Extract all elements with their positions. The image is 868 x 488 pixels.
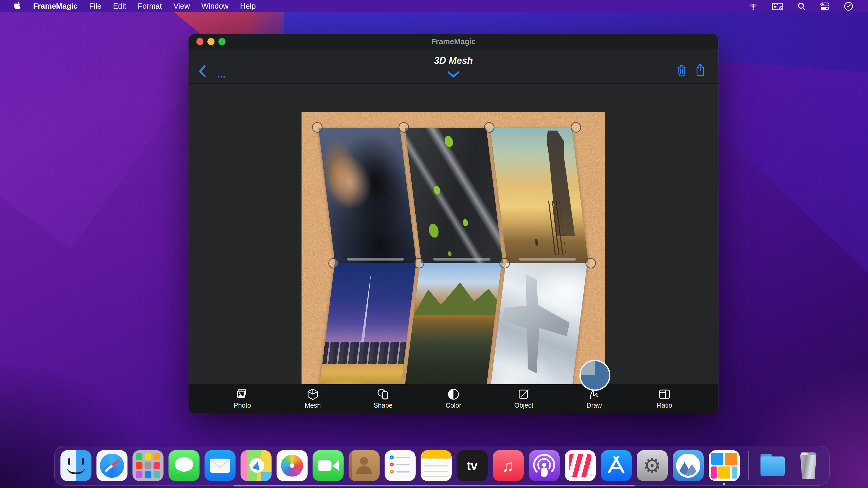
- collage-photo[interactable]: [403, 263, 501, 399]
- dock-icon-framemagic[interactable]: [709, 450, 740, 481]
- tool-photo[interactable]: Photo: [228, 388, 257, 409]
- news-stripes: [569, 454, 591, 477]
- facetime-lens: [333, 460, 339, 471]
- control-center-icon[interactable]: [819, 2, 830, 11]
- notes-line: [424, 465, 448, 466]
- notes-line: [424, 476, 448, 477]
- collage-photo[interactable]: [490, 128, 588, 263]
- mesh-handle[interactable]: [571, 122, 581, 133]
- menu-app-name[interactable]: FrameMagic: [33, 2, 78, 10]
- photos-flower: [281, 455, 303, 477]
- mesh-handle[interactable]: [499, 258, 510, 268]
- wifi-off-icon[interactable]: [748, 2, 758, 11]
- tool-ratio[interactable]: Ratio: [650, 388, 679, 409]
- dock-icon-finder[interactable]: [60, 450, 91, 481]
- dock-icon-photos[interactable]: [277, 450, 308, 481]
- collage-photo[interactable]: [405, 128, 503, 263]
- mesh-handle[interactable]: [399, 122, 409, 133]
- tool-draw[interactable]: Draw: [580, 388, 609, 409]
- editor-canvas[interactable]: [188, 84, 718, 384]
- tool-color[interactable]: Color: [439, 388, 468, 409]
- tool-mesh[interactable]: Mesh: [298, 388, 327, 409]
- photo-mountain: [414, 280, 500, 315]
- dock-icon-news[interactable]: [565, 450, 596, 481]
- dock-icon-reminders[interactable]: [384, 450, 415, 481]
- mountain-icon: [684, 464, 699, 476]
- cork-board[interactable]: [302, 111, 605, 413]
- keyboard-viewer-icon[interactable]: ⌘: [772, 2, 783, 11]
- dock-icon-music[interactable]: ♫: [493, 450, 524, 481]
- dock-icon-contacts[interactable]: [348, 450, 380, 481]
- tool-shape[interactable]: Shape: [369, 388, 398, 409]
- chevron-down-icon[interactable]: [447, 71, 460, 79]
- collage-photo[interactable]: [318, 128, 416, 263]
- dock-icon-safari[interactable]: [96, 450, 127, 481]
- apple-menu[interactable]: [14, 1, 22, 12]
- corner-resize-handle[interactable]: [579, 360, 610, 391]
- peak-circle: [676, 454, 700, 478]
- object-edit-icon: [518, 388, 530, 400]
- mesh-handle[interactable]: [312, 122, 322, 133]
- tool-label: Object: [514, 401, 533, 409]
- facetime-camera: [318, 460, 332, 471]
- podcasts-person-body: [541, 467, 548, 477]
- mesh-handle[interactable]: [585, 258, 596, 268]
- folder-body: [761, 456, 785, 476]
- mail-envelope: [210, 459, 230, 473]
- shape-icon: [377, 388, 389, 400]
- title-bar[interactable]: FrameMagic: [188, 34, 718, 49]
- tool-label: Ratio: [657, 401, 672, 409]
- dock-icon-trash[interactable]: [793, 450, 824, 481]
- collage-photo[interactable]: [489, 263, 587, 399]
- appstore-a-icon: [601, 450, 632, 481]
- podcasts-person: [542, 463, 546, 467]
- view-title: 3D Mesh: [188, 55, 718, 66]
- photo-icon: [236, 388, 249, 400]
- maps-navigation-arrow: [249, 458, 264, 473]
- menu-bar: FrameMagic File Edit Format View Window …: [0, 0, 868, 12]
- search-icon[interactable]: [797, 2, 806, 11]
- dock-icon-peak-app[interactable]: [673, 450, 704, 481]
- menu-help[interactable]: Help: [240, 2, 256, 10]
- dock-icon-launchpad[interactable]: [132, 450, 163, 481]
- back-button[interactable]: [198, 65, 207, 78]
- mesh-handle[interactable]: [328, 258, 339, 268]
- dock-icon-messages[interactable]: [168, 450, 199, 481]
- dock-icon-settings[interactable]: ⚙: [637, 450, 668, 481]
- tool-label: Shape: [374, 401, 393, 409]
- more-button[interactable]: …: [217, 69, 226, 79]
- window-title: FrameMagic: [188, 37, 718, 46]
- dock-icon-notes[interactable]: [421, 450, 452, 481]
- trash-bin: [799, 455, 817, 479]
- mesh-handle[interactable]: [484, 122, 494, 133]
- trash-icon[interactable]: [676, 64, 687, 78]
- tool-object[interactable]: Object: [509, 388, 538, 409]
- collage-photo[interactable]: [318, 263, 416, 399]
- running-indicator: [723, 483, 725, 485]
- color-contrast-icon: [447, 388, 460, 400]
- contacts-spine: [348, 450, 352, 481]
- photo-skyline: [322, 342, 406, 364]
- menu-format[interactable]: Format: [138, 2, 162, 10]
- framemagic-window: FrameMagic … 3D Mesh: [188, 34, 718, 413]
- dock-icon-tv[interactable]: tv: [457, 450, 488, 481]
- share-icon[interactable]: [695, 63, 706, 78]
- dock-icon-podcasts[interactable]: [529, 450, 560, 481]
- mesh-handle[interactable]: [414, 258, 424, 268]
- dock-icon-facetime[interactable]: [313, 450, 344, 481]
- dock-icon-appstore[interactable]: [601, 450, 632, 481]
- tool-label: Mesh: [305, 401, 321, 409]
- dock-icon-downloads-folder[interactable]: [757, 450, 788, 481]
- dock-icon-maps[interactable]: [241, 450, 272, 481]
- dock-divider: [748, 451, 749, 480]
- bottom-toolbar: Photo Mesh Shape Color: [188, 384, 718, 413]
- menu-view[interactable]: View: [174, 2, 190, 10]
- menu-edit[interactable]: Edit: [113, 2, 126, 10]
- dock-icon-mail[interactable]: [205, 450, 236, 481]
- contacts-head: [360, 457, 368, 465]
- menu-file[interactable]: File: [89, 2, 101, 10]
- menu-window[interactable]: Window: [202, 2, 228, 10]
- clock-icon[interactable]: [844, 2, 853, 11]
- contacts-body: [356, 466, 372, 474]
- photo-jet: [493, 264, 580, 385]
